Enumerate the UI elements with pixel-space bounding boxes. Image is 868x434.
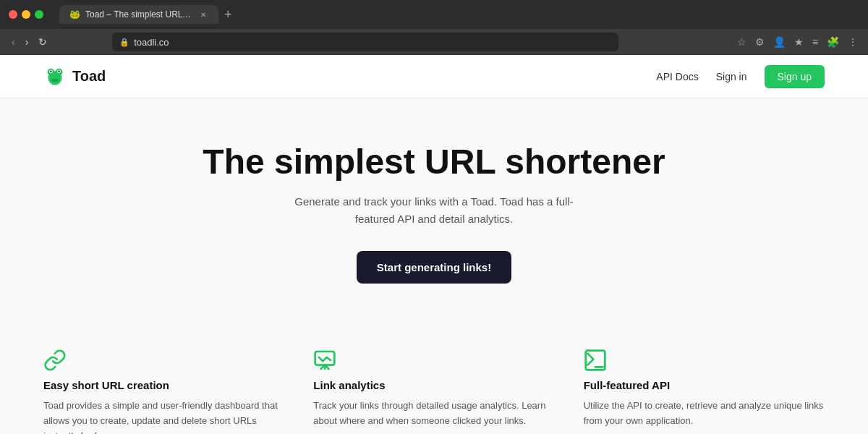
hero-subtitle: Generate and track your links with a Toa… bbox=[275, 193, 593, 228]
features-section: Easy short URL creation Toad provides a … bbox=[0, 320, 868, 434]
tab-close-icon[interactable]: ✕ bbox=[198, 9, 208, 20]
tab-favicon: 🐸 bbox=[69, 9, 80, 20]
forward-button[interactable]: › bbox=[22, 35, 32, 49]
tab-bar: 🐸 Toad – The simplest URL shor… ✕ + bbox=[59, 5, 859, 24]
nav-links: API Docs Sign in Sign up bbox=[656, 65, 825, 88]
hero-cta-button[interactable]: Start generating links! bbox=[357, 251, 511, 284]
feature-analytics: Link analytics Track your links through … bbox=[313, 349, 554, 434]
api-docs-link[interactable]: API Docs bbox=[656, 71, 698, 82]
feature-analytics-desc: Track your links through detailed usage … bbox=[313, 399, 554, 429]
back-button[interactable]: ‹ bbox=[9, 35, 18, 49]
feature-url-title: Easy short URL creation bbox=[43, 379, 284, 391]
feature-api-desc: Utilize the API to create, retrieve and … bbox=[584, 399, 825, 429]
nav-buttons: ‹ › ↻ bbox=[9, 35, 50, 49]
profile-icon[interactable]: 👤 bbox=[772, 35, 787, 49]
collections-icon[interactable]: ≡ bbox=[811, 35, 820, 49]
link-icon bbox=[43, 349, 67, 372]
traffic-lights bbox=[9, 10, 43, 19]
extensions-icon[interactable]: ⚙ bbox=[754, 35, 766, 49]
feature-analytics-title: Link analytics bbox=[313, 379, 554, 391]
feature-api: Full-featured API Utilize the API to cre… bbox=[584, 349, 825, 434]
favorites-icon[interactable]: ★ bbox=[793, 35, 805, 49]
tab-title: Toad – The simplest URL shor… bbox=[85, 9, 192, 20]
hero-section: The simplest URL shortener Generate and … bbox=[0, 98, 868, 320]
url-text: toadli.co bbox=[134, 37, 169, 48]
title-bar: 🐸 Toad – The simplest URL shor… ✕ + bbox=[0, 0, 868, 29]
bookmark-icon[interactable]: ☆ bbox=[736, 35, 748, 49]
toolbar-right: ☆ ⚙ 👤 ★ ≡ 🧩 ⋮ bbox=[736, 35, 859, 49]
feature-url-desc: Toad provides a simple and user-friendly… bbox=[43, 399, 284, 434]
svg-point-6 bbox=[58, 70, 59, 72]
sign-up-button[interactable]: Sign up bbox=[765, 65, 825, 88]
site-nav: Toad API Docs Sign in Sign up bbox=[0, 55, 868, 98]
browser-chrome: 🐸 Toad – The simplest URL shor… ✕ + ‹ › … bbox=[0, 0, 868, 55]
logo-text: Toad bbox=[72, 68, 106, 85]
puzzle-icon[interactable]: 🧩 bbox=[825, 35, 841, 49]
website-content: Toad API Docs Sign in Sign up The simple… bbox=[0, 55, 868, 434]
svg-point-5 bbox=[50, 70, 51, 72]
url-field[interactable]: 🔒 toadli.co bbox=[112, 33, 618, 51]
new-tab-button[interactable]: + bbox=[218, 8, 238, 21]
chart-icon bbox=[313, 349, 336, 372]
refresh-button[interactable]: ↻ bbox=[35, 35, 50, 49]
logo-icon bbox=[43, 65, 67, 88]
svg-point-7 bbox=[51, 78, 59, 82]
sign-in-link[interactable]: Sign in bbox=[716, 71, 747, 82]
lock-icon: 🔒 bbox=[119, 38, 129, 47]
feature-url-creation: Easy short URL creation Toad provides a … bbox=[43, 349, 284, 434]
menu-icon[interactable]: ⋮ bbox=[846, 35, 859, 49]
maximize-button[interactable] bbox=[35, 10, 43, 19]
feature-api-title: Full-featured API bbox=[584, 379, 825, 391]
close-button[interactable] bbox=[9, 10, 17, 19]
address-bar: ‹ › ↻ 🔒 toadli.co ☆ ⚙ 👤 ★ ≡ 🧩 ⋮ bbox=[0, 29, 868, 55]
hero-title: The simplest URL shortener bbox=[14, 142, 854, 182]
terminal-icon bbox=[584, 349, 607, 372]
minimize-button[interactable] bbox=[22, 10, 30, 19]
logo-area[interactable]: Toad bbox=[43, 65, 106, 88]
browser-tab[interactable]: 🐸 Toad – The simplest URL shor… ✕ bbox=[59, 5, 218, 24]
